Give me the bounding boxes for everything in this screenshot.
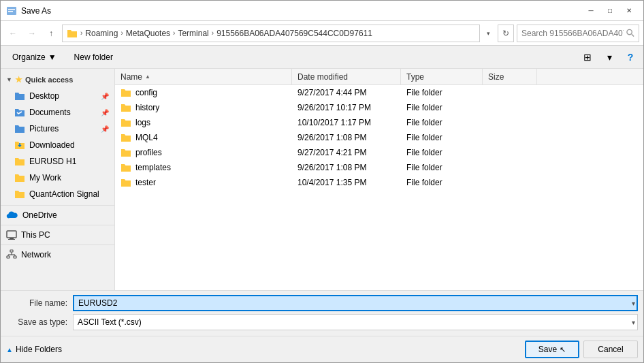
table-row[interactable]: templates 9/26/2017 1:08 PM File folder: [115, 160, 643, 175]
column-header-type[interactable]: Type: [401, 69, 483, 84]
mywork-label: My Work: [29, 173, 61, 183]
table-row[interactable]: config 9/27/2017 4:44 PM File folder: [115, 85, 643, 100]
column-header-date[interactable]: Date modified: [292, 69, 401, 84]
dialog-title: Save As: [21, 6, 582, 16]
file-type-cell: File folder: [401, 88, 483, 97]
sidebar-item-downloaded[interactable]: Downloaded: [1, 137, 114, 153]
sidebar: ★ Quick access Desktop 📌 Documents: [1, 69, 115, 290]
file-rows-container: config 9/27/2017 4:44 PM File folder his…: [115, 85, 643, 190]
sidebar-item-documents[interactable]: Documents 📌: [1, 104, 114, 121]
column-header-name[interactable]: Name ▲: [115, 69, 292, 84]
sidebar-item-eurusd[interactable]: EURUSD H1: [1, 153, 114, 170]
sidebar-item-pictures[interactable]: Pictures 📌: [1, 121, 114, 137]
file-date-cell: 9/27/2017 4:44 PM: [292, 88, 401, 97]
file-type-cell: File folder: [401, 133, 483, 142]
file-name-cell: tester: [115, 177, 292, 188]
quick-access-header[interactable]: ★ Quick access: [1, 72, 114, 88]
svg-rect-8: [10, 250, 13, 252]
file-name-cell: profiles: [115, 147, 292, 158]
footer-area: File name: ▾ Save as type: ASCII Text (*…: [1, 290, 643, 336]
network-label: Network: [21, 250, 51, 259]
column-header-size[interactable]: Size: [483, 69, 537, 84]
save-as-dialog: Save As ─ □ ✕ ← → ↑ › Roaming › MetaQuot…: [0, 0, 644, 363]
cancel-label: Cancel: [598, 345, 623, 354]
hide-folders-label: Hide Folders: [16, 345, 62, 354]
hide-folders-button[interactable]: ▲ Hide Folders: [6, 345, 62, 354]
savetype-wrapper: ASCII Text (*.csv) ▾: [73, 314, 638, 330]
address-path[interactable]: › Roaming › MetaQuotes › Terminal › 9155…: [62, 25, 480, 42]
filename-label: File name:: [6, 298, 67, 308]
save-cursor-icon: ↖: [560, 345, 566, 354]
filename-input[interactable]: [73, 295, 638, 311]
path-metaquotes: MetaQuotes: [126, 29, 170, 38]
title-bar: Save As ─ □ ✕: [1, 1, 643, 21]
pin-icon-pics: 📌: [101, 125, 109, 133]
svg-line-4: [632, 34, 634, 36]
downloaded-label: Downloaded: [29, 140, 75, 150]
folder-path-icon: [67, 28, 78, 39]
sidebar-item-quantaction[interactable]: QuantAction Signal: [1, 186, 114, 202]
sidebar-item-mywork[interactable]: My Work: [1, 170, 114, 186]
sidebar-item-network[interactable]: Network: [1, 247, 114, 263]
table-row[interactable]: tester 10/4/2017 1:35 PM File folder: [115, 175, 643, 190]
file-date-cell: 9/26/2017 1:08 PM: [292, 163, 401, 172]
savetype-select[interactable]: ASCII Text (*.csv): [73, 314, 638, 330]
file-list-header: Name ▲ Date modified Type Size: [115, 69, 643, 85]
pictures-folder-icon: [14, 123, 25, 134]
file-date-cell: 9/27/2017 4:21 PM: [292, 148, 401, 157]
star-icon: ★: [15, 75, 22, 84]
file-type-cell: File folder: [401, 178, 483, 187]
table-row[interactable]: profiles 9/27/2017 4:21 PM File folder: [115, 145, 643, 160]
address-bar: ← → ↑ › Roaming › MetaQuotes › Terminal …: [1, 21, 643, 46]
view-dropdown-button[interactable]: ▾: [600, 48, 619, 66]
toolbar: Organize ▼ New folder ⊞ ▾ ?: [1, 46, 643, 69]
up-button[interactable]: ↑: [43, 25, 59, 42]
file-type-cell: File folder: [401, 118, 483, 127]
sort-arrow: ▲: [145, 74, 150, 80]
minimize-button[interactable]: ─: [582, 4, 600, 18]
quick-access-arrow: [6, 76, 12, 83]
maximize-button[interactable]: □: [601, 4, 619, 18]
refresh-button[interactable]: ↻: [498, 25, 514, 42]
sidebar-item-desktop[interactable]: Desktop 📌: [1, 88, 114, 104]
close-button[interactable]: ✕: [620, 4, 638, 18]
savetype-row: Save as type: ASCII Text (*.csv) ▾: [6, 314, 638, 330]
path-dropdown-button[interactable]: ▾: [483, 25, 494, 42]
forward-button[interactable]: →: [24, 25, 40, 42]
file-name-cell: logs: [115, 117, 292, 128]
table-row[interactable]: history 9/26/2017 10:17 PM File folder: [115, 100, 643, 115]
organize-button[interactable]: Organize ▼: [5, 48, 64, 66]
table-row[interactable]: logs 10/10/2017 1:17 PM File folder: [115, 115, 643, 130]
desktop-label: Desktop: [29, 91, 59, 101]
file-date-cell: 9/26/2017 10:17 PM: [292, 103, 401, 112]
view-button[interactable]: ⊞: [578, 48, 597, 66]
back-button[interactable]: ←: [5, 25, 21, 42]
help-button[interactable]: ?: [622, 48, 639, 66]
filename-input-wrapper: ▾: [73, 295, 638, 311]
file-name-cell: templates: [115, 162, 292, 173]
new-folder-button[interactable]: New folder: [67, 48, 120, 66]
save-button[interactable]: Save ↖: [525, 341, 579, 358]
quick-access-section: ★ Quick access Desktop 📌 Documents: [1, 72, 114, 202]
path-roaming: Roaming: [85, 29, 118, 38]
hide-folders-arrow: ▲: [6, 346, 13, 353]
documents-folder-icon: [14, 107, 25, 118]
onedrive-label: OneDrive: [22, 210, 57, 220]
folder-icon: [120, 102, 131, 113]
search-input[interactable]: [521, 29, 624, 38]
table-row[interactable]: MQL4 9/26/2017 1:08 PM File folder: [115, 130, 643, 145]
network-icon: [6, 249, 17, 260]
pictures-label: Pictures: [29, 124, 59, 133]
file-name-cell: MQL4: [115, 132, 292, 143]
window-controls: ─ □ ✕: [582, 4, 638, 18]
sidebar-item-thispc[interactable]: This PC: [1, 227, 114, 243]
documents-label: Documents: [29, 108, 71, 117]
file-type-cell: File folder: [401, 103, 483, 112]
file-date-cell: 10/10/2017 1:17 PM: [292, 118, 401, 127]
thispc-icon: [6, 230, 17, 240]
cancel-button[interactable]: Cancel: [583, 341, 638, 358]
sidebar-item-onedrive[interactable]: OneDrive: [1, 207, 114, 223]
eurusd-folder-icon: [14, 156, 25, 167]
svg-rect-7: [8, 239, 15, 240]
path-terminal: Terminal: [178, 29, 208, 38]
